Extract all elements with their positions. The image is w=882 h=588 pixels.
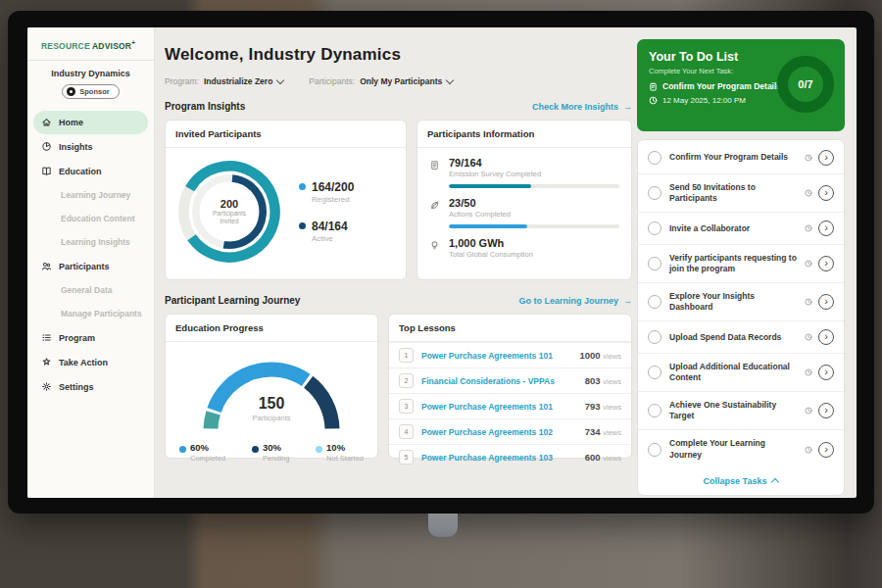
task-open-button[interactable]: › bbox=[818, 442, 834, 458]
collapse-tasks-link[interactable]: Collapse Tasks bbox=[638, 468, 844, 493]
legend-dot bbox=[299, 222, 306, 229]
list-icon bbox=[41, 332, 52, 343]
participants-icon bbox=[41, 261, 52, 271]
task-open-button[interactable]: › bbox=[818, 365, 834, 380]
sidebar-item-education[interactable]: Education bbox=[33, 160, 148, 183]
sidebar-item-settings[interactable]: Settings bbox=[33, 375, 148, 399]
task-row[interactable]: Upload Spend Data Records › bbox=[638, 320, 844, 353]
sidebar-item-program[interactable]: Program bbox=[33, 326, 148, 350]
clock-icon bbox=[805, 333, 812, 341]
lesson-row: 3 Power Purchase Agreements 101 793 view… bbox=[389, 393, 631, 418]
sponsor-badge-label: Sponsor bbox=[79, 87, 109, 96]
sidebar-item-learning-insights[interactable]: Learning Insights bbox=[33, 231, 148, 254]
lesson-link[interactable]: Power Purchase Agreements 103 bbox=[421, 453, 585, 463]
task-open-button[interactable]: › bbox=[818, 220, 834, 236]
brand-plus: + bbox=[131, 39, 135, 46]
sidebar-item-education-content[interactable]: Education Content bbox=[33, 208, 148, 230]
link-label: Check More Insights bbox=[532, 102, 618, 112]
org-name: Industry Dynamics bbox=[27, 69, 154, 78]
sidebar-item-insights[interactable]: Insights bbox=[33, 135, 148, 159]
progress-bar-fill bbox=[449, 184, 531, 188]
sidebar-item-participants[interactable]: Participants bbox=[33, 255, 148, 278]
task-row[interactable]: Explore Your Insights Dashboard › bbox=[638, 282, 844, 320]
sidebar-item-general-data[interactable]: General Data bbox=[33, 279, 148, 302]
invited-participants-body: 200 Participants Invited 164/200 Registe… bbox=[166, 148, 406, 275]
program-filter[interactable]: Program: Industrialize Zero bbox=[165, 76, 283, 86]
sponsor-badge[interactable]: Sponsor bbox=[62, 84, 119, 99]
monitor-bezel: RESOURCE ADVISOR+ Industry Dynamics Spon… bbox=[8, 11, 874, 514]
todo-progress-value: 0/7 bbox=[798, 78, 812, 90]
task-checkbox[interactable] bbox=[648, 151, 662, 165]
task-checkbox[interactable] bbox=[648, 366, 662, 379]
task-label: Verify participants requesting to join t… bbox=[669, 253, 800, 274]
lesson-link[interactable]: Power Purchase Agreements 101 bbox=[421, 351, 579, 361]
task-checkbox[interactable] bbox=[648, 404, 662, 417]
resource-advisor-logo: RESOURCE ADVISOR+ bbox=[27, 27, 154, 51]
arrow-right-icon: → bbox=[623, 296, 632, 306]
program-insights-heading: Program Insights bbox=[165, 101, 245, 112]
task-open-button[interactable]: › bbox=[818, 185, 834, 201]
task-checkbox[interactable] bbox=[648, 295, 662, 309]
lesson-rank: 3 bbox=[399, 399, 414, 414]
progress-bar-fill bbox=[449, 224, 527, 228]
legend-item-pending: 30% Pending bbox=[252, 442, 290, 463]
lesson-link[interactable]: Financial Considerations - VPPAs bbox=[421, 376, 585, 386]
task-row[interactable]: Achieve One Sustainability Target › bbox=[638, 391, 844, 429]
lesson-views-count: 803 bbox=[585, 375, 601, 386]
task-open-button[interactable]: › bbox=[818, 294, 834, 310]
todo-next-task-label: Confirm Your Program Details bbox=[662, 81, 781, 91]
legend-dot bbox=[299, 183, 306, 190]
clock-icon bbox=[805, 154, 812, 162]
legend-item-completed: 60% Completed bbox=[179, 442, 225, 463]
leaf-icon bbox=[429, 200, 440, 211]
lesson-views-label: views bbox=[603, 352, 621, 361]
task-row[interactable]: Verify participants requesting to join t… bbox=[638, 244, 844, 282]
task-row[interactable]: Upload Additional Educational Content › bbox=[638, 353, 844, 391]
sidebar-item-home[interactable]: Home bbox=[33, 111, 148, 134]
dashboard-screen: RESOURCE ADVISOR+ Industry Dynamics Spon… bbox=[27, 27, 857, 498]
go-to-learning-journey-link[interactable]: Go to Learning Journey → bbox=[518, 296, 632, 306]
lesson-views-label: views bbox=[603, 403, 621, 412]
lesson-row: 5 Power Purchase Agreements 103 600 view… bbox=[389, 444, 631, 469]
sponsor-badge-icon bbox=[67, 87, 75, 96]
lesson-views-count: 600 bbox=[585, 452, 601, 463]
lesson-views-count: 734 bbox=[585, 426, 601, 437]
lesson-link[interactable]: Power Purchase Agreements 102 bbox=[421, 427, 585, 437]
task-checkbox[interactable] bbox=[648, 186, 662, 200]
sidebar-item-manage-participants[interactable]: Manage Participants bbox=[33, 303, 148, 325]
lesson-rank: 5 bbox=[399, 450, 414, 465]
task-checkbox[interactable] bbox=[648, 221, 662, 235]
lesson-rank: 4 bbox=[399, 424, 414, 439]
todo-next-task: Confirm Your Program Details bbox=[649, 81, 786, 91]
insights-icon bbox=[41, 141, 52, 152]
participants-filter-value: Only My Participants bbox=[360, 76, 442, 86]
legend-label: Active bbox=[312, 234, 348, 243]
task-checkbox[interactable] bbox=[648, 257, 662, 270]
stat-emission-survey: 79/164 Emission Survey Completed bbox=[429, 157, 619, 188]
task-checkbox[interactable] bbox=[648, 443, 662, 457]
gauge-center: 150 Participants bbox=[166, 395, 377, 422]
chevron-down-icon bbox=[276, 75, 284, 83]
task-open-button[interactable]: › bbox=[818, 403, 834, 418]
task-checkbox[interactable] bbox=[648, 330, 662, 344]
check-more-insights-link[interactable]: Check More Insights → bbox=[532, 102, 632, 112]
sidebar-item-label: Participants bbox=[59, 262, 110, 271]
participants-filter[interactable]: Participants: Only My Participants bbox=[309, 76, 453, 86]
gauge-center-value: 150 bbox=[166, 395, 377, 413]
task-open-button[interactable]: › bbox=[818, 256, 834, 271]
task-label: Explore Your Insights Dashboard bbox=[669, 291, 800, 313]
task-row[interactable]: Invite a Collaborator › bbox=[638, 212, 844, 244]
task-open-button[interactable]: › bbox=[818, 329, 834, 345]
legend-value: 84/164 bbox=[312, 220, 348, 233]
task-row[interactable]: Confirm Your Program Details › bbox=[638, 142, 844, 173]
lesson-views-label: views bbox=[603, 454, 621, 463]
task-open-button[interactable]: › bbox=[818, 150, 834, 166]
sidebar-item-take-action[interactable]: Take Action bbox=[33, 351, 148, 374]
task-row[interactable]: Send 50 Invitations to Participants › bbox=[638, 173, 844, 212]
task-row[interactable]: Complete Your Learning Journey › bbox=[638, 429, 844, 467]
lesson-link[interactable]: Power Purchase Agreements 101 bbox=[421, 402, 585, 412]
lightbulb-icon bbox=[429, 240, 440, 251]
sidebar-item-label: Learning Insights bbox=[61, 237, 130, 247]
chevron-down-icon bbox=[446, 75, 454, 83]
sidebar-item-learning-journey[interactable]: Learning Journey bbox=[33, 184, 148, 207]
